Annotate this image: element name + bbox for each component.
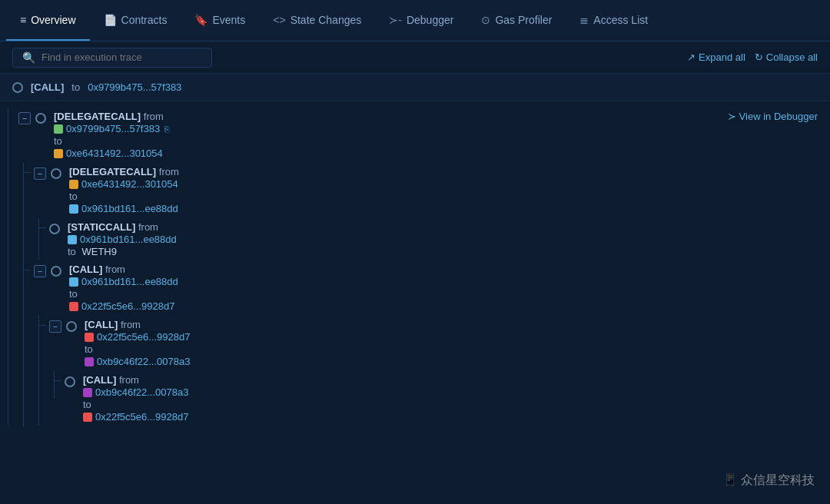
nav-item-debugger[interactable]: ≻‑ Debugger — [375, 0, 467, 41]
root-to-label: to — [71, 81, 80, 93]
node-content-5: [CALL] from 0x22f5c5e6...9928d7 to 0xb9c… — [81, 319, 830, 368]
tree-node-3: [STATICCALL] from 0x961bd161...ee88dd to… — [0, 218, 830, 260]
from-label-5: from — [121, 319, 141, 330]
tree-node-4: − [CALL] from 0x961bd161...ee88dd to 0x2… — [0, 260, 830, 316]
from-icon-1 — [54, 124, 63, 134]
from-addr-4[interactable]: 0x961bd161...ee88dd — [81, 276, 178, 287]
nav-label-debugger: Debugger — [407, 14, 454, 26]
watermark-text: 众信星空科技 — [741, 473, 815, 486]
nav-bar: ≡ Overview 📄 Contracts 🔖 Events <> State… — [0, 0, 830, 41]
toolbar-actions: ↗ Expand all ↻ Collapse all — [687, 51, 818, 63]
from-label-2: from — [159, 166, 179, 177]
watermark: 📱 众信星空科技 — [722, 472, 815, 489]
expand-all-label: Expand all — [699, 51, 745, 63]
to-icon-6 — [83, 413, 92, 422]
overview-icon: ≡ — [20, 14, 26, 26]
from-addr-row-1: 0x9799b475...57f383 ⎘ — [54, 123, 170, 134]
from-label-3: from — [138, 221, 158, 233]
from-addr-row-4: 0x961bd161...ee88dd — [69, 276, 830, 287]
gas-profiler-icon: ⊙ — [481, 14, 490, 26]
search-box[interactable]: 🔍 — [12, 48, 212, 68]
root-call-type: [CALL] — [31, 81, 64, 93]
nav-label-events: Events — [212, 14, 245, 26]
nav-label-overview: Overview — [31, 14, 75, 26]
to-label-5: to — [85, 343, 93, 355]
nav-item-gas-profiler[interactable]: ⊙ Gas Profiler — [467, 0, 566, 41]
expand-btn-2[interactable]: − — [34, 167, 46, 180]
to-addr-4[interactable]: 0x22f5c5e6...9928d7 — [81, 300, 174, 312]
from-icon-2 — [69, 180, 78, 189]
from-addr-row-2: 0xe6431492...301054 — [69, 178, 830, 190]
tree-node-2: − [DELEGATECALL] from 0xe6431492...30105… — [0, 163, 830, 218]
call-type-4: [CALL] — [69, 264, 102, 275]
from-addr-5[interactable]: 0x22f5c5e6...9928d7 — [97, 331, 190, 343]
call-type-1: [DELEGATECALL] — [54, 111, 141, 122]
nav-label-state-changes: State Changes — [290, 14, 362, 26]
to-icon-1 — [54, 149, 63, 158]
expand-btn-5[interactable]: − — [49, 320, 61, 333]
from-label-4: from — [105, 264, 125, 275]
node-row-4[interactable]: − [CALL] from 0x961bd161...ee88dd to 0x2… — [31, 260, 830, 316]
collapse-all-button[interactable]: ↻ Collapse all — [755, 51, 818, 63]
expand-btn-1[interactable]: − — [18, 112, 31, 124]
to-addr-6[interactable]: 0x22f5c5e6...9928d7 — [95, 411, 188, 423]
to-icon-5 — [85, 357, 94, 366]
node-row-6[interactable]: [CALL] from 0xb9c46f22...0078a3 to 0x22f… — [61, 371, 830, 426]
state-changes-icon: <> — [273, 14, 285, 26]
root-circle — [12, 82, 23, 93]
to-icon-4 — [69, 302, 78, 311]
from-addr-row-6: 0xb9c46f22...0078a3 — [83, 386, 830, 398]
to-addr-2[interactable]: 0x961bd161...ee88dd — [81, 203, 178, 214]
from-icon-4 — [69, 277, 78, 287]
from-icon-6 — [83, 388, 92, 397]
node-circle-1 — [35, 113, 46, 124]
node-content-3: [STATICCALL] from 0x961bd161...ee88dd to… — [65, 221, 830, 257]
node-row-5[interactable]: − [CALL] from 0x22f5c5e6...9928d7 to 0xb… — [46, 316, 830, 371]
node-circle-2 — [51, 168, 61, 179]
search-icon: 🔍 — [22, 51, 35, 64]
from-addr-row-3: 0x961bd161...ee88dd — [68, 234, 830, 245]
to-name-3: WETH9 — [81, 246, 117, 257]
expand-all-button[interactable]: ↗ Expand all — [687, 51, 745, 63]
nav-item-contracts[interactable]: 📄 Contracts — [90, 0, 181, 41]
node-circle-5 — [66, 321, 77, 332]
events-icon: 🔖 — [194, 14, 208, 26]
from-icon-5 — [85, 333, 94, 342]
node-content-4: [CALL] from 0x961bd161...ee88dd to 0x22f… — [66, 264, 830, 313]
node-content-2: [DELEGATECALL] from 0xe6431492...301054 … — [66, 166, 830, 215]
from-addr-1[interactable]: 0x9799b475...57f383 — [66, 123, 160, 134]
from-addr-2[interactable]: 0xe6431492...301054 — [81, 178, 178, 190]
node-row-3[interactable]: [STATICCALL] from 0x961bd161...ee88dd to… — [46, 218, 830, 260]
search-input[interactable] — [42, 51, 202, 63]
collapse-all-label: Collapse all — [766, 51, 818, 63]
from-icon-3 — [68, 235, 77, 244]
nav-item-state-changes[interactable]: <> State Changes — [259, 0, 375, 41]
call-type-3: [STATICCALL] — [68, 221, 135, 233]
root-call-header: [CALL] to 0x9799b475...57f383 — [0, 74, 830, 101]
to-addr-row-4: 0x22f5c5e6...9928d7 — [69, 300, 830, 312]
view-debugger-1[interactable]: ≻ View in Debugger — [728, 111, 830, 122]
nav-item-overview[interactable]: ≡ Overview — [6, 0, 90, 41]
to-addr-row-6: 0x22f5c5e6...9928d7 — [83, 411, 830, 423]
collapse-all-icon: ↻ — [755, 51, 763, 63]
root-address[interactable]: 0x9799b475...57f383 — [88, 81, 181, 93]
to-addr-5[interactable]: 0xb9c46f22...0078a3 — [97, 356, 190, 367]
to-addr-1[interactable]: 0xe6431492...301054 — [66, 148, 163, 159]
nav-item-events[interactable]: 🔖 Events — [181, 0, 259, 41]
node-row-2[interactable]: − [DELEGATECALL] from 0xe6431492...30105… — [31, 163, 830, 218]
from-addr-row-5: 0x22f5c5e6...9928d7 — [85, 331, 830, 343]
nav-item-access-list[interactable]: ≣ Access List — [566, 0, 662, 41]
to-addr-row-2: 0x961bd161...ee88dd — [69, 203, 830, 214]
debugger-icon: ≻‑ — [389, 14, 402, 26]
expand-btn-4[interactable]: − — [34, 265, 46, 277]
node-row-1[interactable]: − [DELEGATECALL] from 0x9799b475...57f38… — [15, 108, 830, 163]
tree-node-6: [CALL] from 0xb9c46f22...0078a3 to 0x22f… — [0, 371, 830, 426]
to-label-3: to — [68, 246, 76, 257]
to-label-1: to — [54, 135, 62, 147]
nav-label-gas-profiler: Gas Profiler — [495, 14, 552, 26]
tree-node-1: − [DELEGATECALL] from 0x9799b475...57f38… — [0, 108, 830, 163]
from-addr-6[interactable]: 0xb9c46f22...0078a3 — [95, 386, 188, 398]
toolbar: 🔍 ↗ Expand all ↻ Collapse all — [0, 41, 830, 74]
copy-icon-1[interactable]: ⎘ — [164, 124, 170, 134]
from-addr-3[interactable]: 0x961bd161...ee88dd — [80, 234, 177, 245]
